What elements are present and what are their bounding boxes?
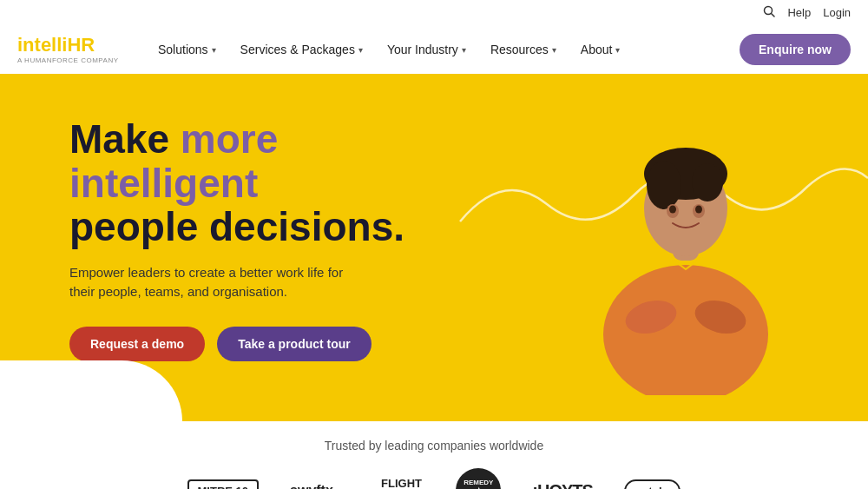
nav-item-industry[interactable]: Your Industry ▾ — [377, 36, 477, 63]
chevron-down-icon: ▾ — [212, 45, 216, 55]
hoyts-logo: :HOYTS — [532, 481, 593, 490]
enquire-button[interactable]: Enquire now — [740, 34, 851, 65]
svg-point-13 — [695, 206, 702, 214]
mitre10-logo: MITRE 10 — [187, 479, 260, 490]
help-link[interactable]: Help — [787, 6, 811, 19]
hero-content: Make moreintelligentpeople decisions. Em… — [69, 117, 404, 361]
chevron-down-icon: ▾ — [552, 45, 556, 55]
nav-item-services[interactable]: Services & Packages ▾ — [230, 36, 373, 63]
trusted-section: Trusted by leading companies worldwide M… — [0, 421, 868, 489]
request-demo-button[interactable]: Request a demo — [69, 327, 205, 361]
logo[interactable]: intelliHR A HUMANFORCE COMPANY — [17, 36, 122, 64]
nav-links: Solutions ▾ Services & Packages ▾ Your I… — [148, 36, 740, 63]
svg-point-12 — [669, 206, 676, 214]
logos-row: MITRE 10 swyftx→ FLIGHTCENTRE REMEDY★.CO… — [0, 468, 868, 489]
catch-logo: catch. — [624, 479, 681, 490]
logo-subtitle: A HUMANFORCE COMPANY — [17, 56, 122, 64]
logo-hr: HR — [67, 34, 95, 56]
hero-person-image — [573, 83, 799, 395]
logo-intelli: intelli — [17, 34, 67, 56]
hero-buttons: Request a demo Take a product tour — [69, 327, 404, 361]
navbar: intelliHR A HUMANFORCE COMPANY Solutions… — [0, 25, 868, 74]
nav-item-resources[interactable]: Resources ▾ — [480, 36, 567, 63]
chevron-down-icon: ▾ — [358, 45, 363, 55]
chevron-down-icon: ▾ — [462, 45, 466, 55]
headline-make: Make — [69, 116, 181, 162]
svg-point-2 — [603, 265, 768, 395]
search-icon[interactable] — [763, 5, 775, 20]
take-tour-button[interactable]: Take a product tour — [217, 327, 372, 361]
login-link[interactable]: Login — [823, 6, 851, 19]
headline-rest: people decisions. — [69, 204, 404, 249]
logo-text: intelliHR — [17, 36, 122, 55]
utility-bar: Help Login — [0, 0, 868, 25]
svg-line-1 — [772, 14, 775, 17]
svg-point-8 — [647, 161, 681, 209]
hero-section: Make moreintelligentpeople decisions. Em… — [0, 74, 868, 421]
svg-point-9 — [692, 163, 723, 202]
flight-centre-logo: FLIGHTCENTRE — [378, 477, 424, 489]
hero-headline: Make moreintelligentpeople decisions. — [69, 117, 404, 249]
swyftx-logo: swyftx→ — [290, 483, 347, 489]
hero-subtext: Empower leaders to create a better work … — [69, 263, 365, 302]
white-corner-left — [0, 360, 182, 421]
nav-item-about[interactable]: About ▾ — [570, 36, 631, 63]
chevron-down-icon: ▾ — [615, 45, 620, 55]
remedy-logo: REMEDY★.COM.AU — [456, 468, 501, 489]
trusted-title: Trusted by leading companies worldwide — [0, 439, 868, 453]
nav-item-solutions[interactable]: Solutions ▾ — [148, 36, 227, 63]
